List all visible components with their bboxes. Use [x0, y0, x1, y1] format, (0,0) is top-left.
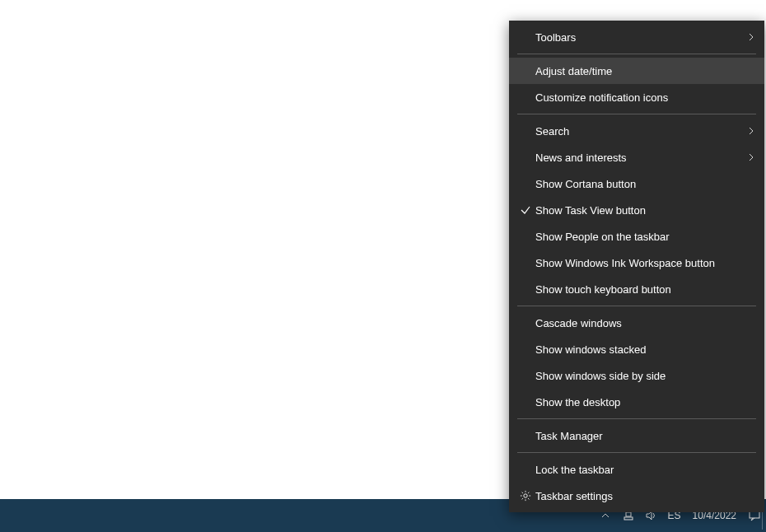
menu-separator [517, 452, 756, 453]
chevron-right-icon [741, 152, 754, 164]
menu-item-show-touch-keyboard-button[interactable]: Show touch keyboard button [509, 276, 764, 302]
menu-item-label: Cascade windows [535, 317, 754, 329]
menu-item-show-people-on-the-taskbar[interactable]: Show People on the taskbar [509, 223, 764, 250]
menu-item-label: Lock the taskbar [535, 464, 754, 476]
menu-separator [517, 114, 756, 114]
menu-item-label: Show windows stacked [535, 343, 754, 356]
check-icon [516, 204, 535, 216]
menu-item-show-task-view-button[interactable]: Show Task View button [509, 197, 764, 223]
menu-item-lock-the-taskbar[interactable]: Lock the taskbar [509, 456, 764, 483]
menu-item-show-windows-stacked[interactable]: Show windows stacked [509, 336, 764, 362]
menu-item-show-cortana-button[interactable]: Show Cortana button [509, 170, 764, 197]
menu-item-search[interactable]: Search [509, 118, 764, 144]
menu-item-label: Show the desktop [535, 396, 754, 408]
menu-item-label: Show windows side by side [535, 370, 754, 382]
svg-rect-0 [624, 517, 633, 520]
menu-item-label: Task Manager [535, 430, 754, 442]
menu-item-label: Show People on the taskbar [535, 231, 754, 243]
menu-item-adjust-date-time[interactable]: Adjust date/time [509, 58, 764, 84]
menu-item-label: Show Task View button [535, 204, 754, 217]
menu-separator [517, 418, 756, 419]
menu-item-label: Show Windows Ink Workspace button [535, 257, 754, 269]
menu-item-label: News and interests [535, 152, 741, 164]
menu-item-label: Taskbar settings [535, 490, 754, 502]
menu-item-label: Show Cortana button [535, 178, 754, 190]
menu-item-label: Customize notification icons [535, 91, 754, 104]
menu-separator [517, 54, 756, 54]
taskbar-context-menu: ToolbarsAdjust date/timeCustomize notifi… [509, 21, 764, 512]
menu-item-show-windows-side-by-side[interactable]: Show windows side by side [509, 362, 764, 389]
menu-item-label: Adjust date/time [535, 65, 754, 77]
menu-item-show-the-desktop[interactable]: Show the desktop [509, 389, 764, 415]
menu-item-taskbar-settings[interactable]: Taskbar settings [509, 483, 764, 509]
menu-item-show-windows-ink-workspace-button[interactable]: Show Windows Ink Workspace button [509, 250, 764, 276]
chevron-right-icon [741, 31, 754, 44]
chevron-right-icon [741, 125, 754, 138]
menu-item-customize-notification-icons[interactable]: Customize notification icons [509, 84, 764, 110]
menu-item-cascade-windows[interactable]: Cascade windows [509, 310, 764, 336]
svg-point-3 [524, 494, 527, 497]
menu-separator [517, 306, 756, 306]
svg-rect-2 [750, 511, 759, 518]
menu-item-label: Toolbars [535, 31, 741, 44]
menu-item-news-and-interests[interactable]: News and interests [509, 144, 764, 170]
menu-item-label: Search [535, 125, 741, 138]
menu-item-toolbars[interactable]: Toolbars [509, 24, 764, 50]
menu-item-task-manager[interactable]: Task Manager [509, 422, 764, 449]
menu-item-label: Show touch keyboard button [535, 283, 754, 296]
svg-rect-1 [626, 512, 631, 516]
gear-icon [516, 490, 535, 502]
